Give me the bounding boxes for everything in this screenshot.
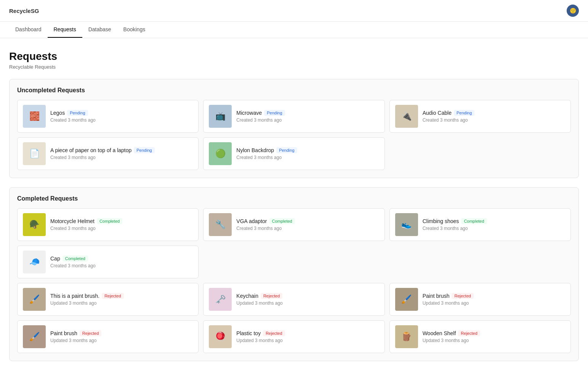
card-date-paintbrush3: Updated 3 months ago	[50, 338, 101, 343]
card-paintbrush2[interactable]: 🖌️ Paint brush Rejected Updated 3 months…	[389, 283, 571, 316]
badge-paper: Pending	[134, 147, 154, 153]
nav-bookings[interactable]: Bookings	[117, 22, 152, 38]
badge-vga: Completed	[269, 218, 295, 224]
card-img-legos: 🧱	[23, 105, 46, 128]
card-name-nylon: Nylon Backdrop Pending	[236, 147, 297, 153]
badge-helmet: Completed	[97, 218, 122, 224]
card-img-vga: 🔧	[209, 213, 232, 236]
card-name-audiocable: Audio Cable Pending	[423, 110, 475, 116]
badge-cap: Completed	[62, 255, 88, 262]
card-woodenshelf[interactable]: 🪵 Wooden Shelf Rejected Updated 3 months…	[389, 320, 571, 353]
card-name-cap: Cap Completed	[50, 255, 96, 262]
card-img-climbing: 👟	[395, 213, 418, 236]
card-name-keychain: Keychain Rejected	[236, 293, 282, 299]
card-date-plastictoy: Updated 3 months ago	[236, 338, 285, 343]
card-legos[interactable]: 🧱 Legos Pending Created 3 months ago	[17, 100, 199, 133]
badge-paintbrush3: Rejected	[80, 330, 101, 336]
card-img-microwave: 📺	[209, 105, 232, 128]
card-helmet[interactable]: 🪖 Motorcycle Helmet Completed Created 3 …	[17, 208, 199, 241]
card-date-legos: Created 3 months ago	[50, 117, 96, 123]
card-empty-3	[389, 246, 571, 278]
card-empty-2	[203, 246, 385, 278]
card-date-cap: Created 3 months ago	[50, 263, 96, 268]
card-keychain[interactable]: 🗝️ Keychain Rejected Updated 3 months ag…	[203, 283, 385, 316]
page-content: Requests Recyclable Requests Uncompleted…	[0, 38, 588, 373]
card-name-climbing: Climbing shoes Completed	[423, 218, 487, 224]
card-name-helmet: Motorcycle Helmet Completed	[50, 218, 122, 224]
nav-database[interactable]: Database	[82, 22, 117, 38]
uncompleted-section: Uncompleted Requests 🧱 Legos Pending Cre…	[9, 79, 579, 178]
badge-paintbrush1: Rejected	[102, 293, 123, 299]
card-name-vga: VGA adaptor Completed	[236, 218, 295, 224]
card-img-paintbrush3: 🖌️	[23, 325, 46, 348]
card-empty-1	[389, 137, 571, 170]
card-name-microwave: Microwave Pending	[236, 110, 285, 116]
card-img-helmet: 🪖	[23, 213, 46, 236]
completed-section-title: Completed Requests	[17, 195, 571, 202]
card-date-climbing: Created 3 months ago	[423, 226, 487, 231]
badge-woodenshelf: Rejected	[458, 330, 480, 336]
card-date-keychain: Updated 3 months ago	[236, 300, 282, 306]
nav-requests[interactable]: Requests	[48, 22, 82, 38]
card-date-woodenshelf: Updated 3 months ago	[423, 338, 480, 343]
card-paper[interactable]: 📄 A piece of paper on top of a laptop Pe…	[17, 137, 199, 170]
card-img-nylon: 🟢	[209, 142, 232, 165]
uncompleted-cards-grid: 🧱 Legos Pending Created 3 months ago 📺 M…	[17, 100, 571, 170]
card-paintbrush3[interactable]: 🖌️ Paint brush Rejected Updated 3 months…	[17, 320, 199, 353]
card-img-woodenshelf: 🪵	[395, 325, 418, 348]
page-subtitle: Recyclable Requests	[9, 64, 579, 70]
card-plastictoy[interactable]: 🪀 Plastic toy Rejected Updated 3 months …	[203, 320, 385, 353]
card-nylon[interactable]: 🟢 Nylon Backdrop Pending Created 3 month…	[203, 137, 385, 170]
card-date-nylon: Created 3 months ago	[236, 155, 297, 160]
brand-name: RecycleSG	[9, 8, 39, 14]
card-name-legos: Legos Pending	[50, 110, 96, 116]
badge-audiocable: Pending	[454, 110, 474, 116]
completed-cards-grid: 🪖 Motorcycle Helmet Completed Created 3 …	[17, 208, 571, 353]
card-vga[interactable]: 🔧 VGA adaptor Completed Created 3 months…	[203, 208, 385, 241]
user-avatar[interactable]: 🙂	[567, 5, 579, 17]
card-date-helmet: Created 3 months ago	[50, 226, 122, 231]
badge-keychain: Rejected	[261, 293, 282, 299]
card-img-paper: 📄	[23, 142, 46, 165]
badge-paintbrush2: Rejected	[452, 293, 473, 299]
card-name-woodenshelf: Wooden Shelf Rejected	[423, 330, 480, 336]
card-name-paintbrush2: Paint brush Rejected	[423, 293, 474, 299]
card-name-paintbrush3: Paint brush Rejected	[50, 330, 101, 336]
card-img-paintbrush1: 🖌️	[23, 288, 46, 311]
card-microwave[interactable]: 📺 Microwave Pending Created 3 months ago	[203, 100, 385, 133]
card-img-keychain: 🗝️	[209, 288, 232, 311]
badge-legos: Pending	[67, 110, 88, 116]
badge-climbing: Completed	[461, 218, 487, 224]
badge-microwave: Pending	[264, 110, 285, 116]
card-date-paper: Created 3 months ago	[50, 155, 155, 160]
main-nav: Dashboard Requests Database Bookings	[0, 22, 588, 38]
card-name-paper: A piece of paper on top of a laptop Pend…	[50, 147, 155, 153]
card-img-paintbrush2: 🖌️	[395, 288, 418, 311]
card-climbing[interactable]: 👟 Climbing shoes Completed Created 3 mon…	[389, 208, 571, 241]
badge-nylon: Pending	[276, 147, 297, 153]
card-audiocable[interactable]: 🔌 Audio Cable Pending Created 3 months a…	[389, 100, 571, 133]
uncompleted-section-title: Uncompleted Requests	[17, 87, 571, 94]
page-title: Requests	[9, 50, 579, 63]
card-date-audiocable: Created 3 months ago	[423, 117, 475, 123]
badge-plastictoy: Rejected	[263, 330, 285, 336]
card-date-microwave: Created 3 months ago	[236, 117, 285, 123]
completed-section: Completed Requests 🪖 Motorcycle Helmet C…	[9, 187, 579, 361]
card-date-vga: Created 3 months ago	[236, 226, 295, 231]
card-img-audiocable: 🔌	[395, 105, 418, 128]
card-date-paintbrush2: Updated 3 months ago	[423, 300, 474, 306]
card-img-plastictoy: 🪀	[209, 325, 232, 348]
nav-dashboard[interactable]: Dashboard	[9, 22, 48, 38]
header: RecycleSG 🙂	[0, 0, 588, 22]
card-name-paintbrush1: This is a paint brush. Rejected	[50, 293, 124, 299]
card-paintbrush1[interactable]: 🖌️ This is a paint brush. Rejected Updat…	[17, 283, 199, 316]
card-cap[interactable]: 🧢 Cap Completed Created 3 months ago	[17, 246, 199, 278]
card-name-plastictoy: Plastic toy Rejected	[236, 330, 285, 336]
card-img-cap: 🧢	[23, 251, 46, 273]
card-date-paintbrush1: Updated 3 months ago	[50, 300, 124, 306]
